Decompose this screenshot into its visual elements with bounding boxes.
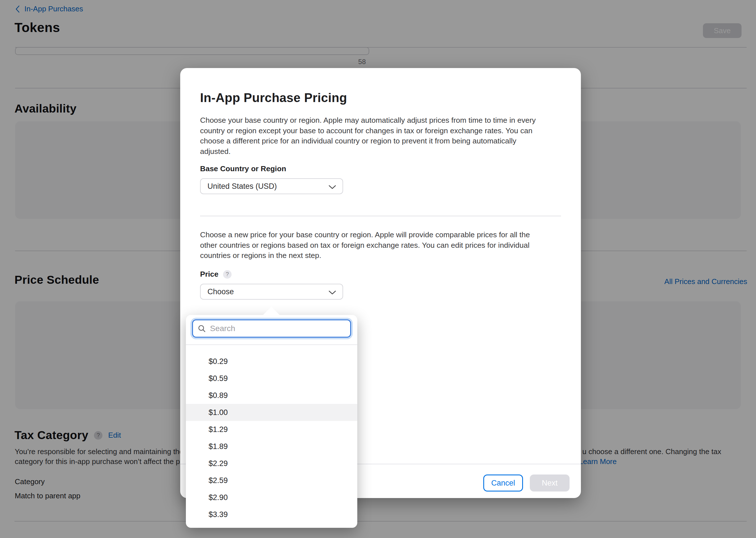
modal-title: In-App Purchase Pricing (200, 91, 347, 105)
price-option[interactable]: $0.29 (186, 353, 357, 370)
price-select[interactable]: Choose (200, 284, 343, 299)
search-icon (198, 324, 206, 333)
price-option[interactable]: $0.89 (186, 387, 357, 404)
price-option[interactable]: $2.59 (186, 472, 357, 489)
price-option[interactable]: $3.39 (186, 506, 357, 523)
base-country-select-value: United States (USD) (208, 179, 277, 193)
search-placeholder: Search (210, 324, 235, 333)
price-select-value: Choose (208, 284, 234, 299)
modal-section-divider (200, 216, 561, 216)
price-option[interactable]: $2.29 (186, 455, 357, 472)
price-description: Choose a new price for your base country… (200, 230, 563, 261)
price-option-list: $0.29$0.59$0.89$1.00$1.29$1.89$2.29$2.59… (186, 345, 357, 528)
price-option[interactable]: $1.00 (186, 404, 357, 421)
base-country-label: Base Country or Region (200, 164, 286, 173)
price-label: Price (200, 270, 219, 279)
chevron-down-icon (328, 290, 336, 296)
price-dropdown-popup: Search $0.29$0.59$0.89$1.00$1.29$1.89$2.… (186, 315, 357, 528)
base-country-select[interactable]: United States (USD) (200, 178, 343, 194)
next-button[interactable]: Next (530, 474, 570, 492)
price-option[interactable]: $2.90 (186, 489, 357, 506)
chevron-down-icon (328, 185, 336, 190)
cancel-button[interactable]: Cancel (483, 474, 523, 492)
price-option[interactable]: $0.59 (186, 370, 357, 387)
price-option[interactable]: $1.89 (186, 438, 357, 455)
search-input[interactable]: Search (192, 319, 351, 338)
popup-caret (263, 307, 280, 315)
price-label-row: Price ? (200, 270, 231, 279)
price-help-icon[interactable]: ? (223, 270, 231, 279)
base-country-description: Choose your base country or region. Appl… (200, 115, 563, 156)
price-option[interactable]: $1.29 (186, 421, 357, 438)
